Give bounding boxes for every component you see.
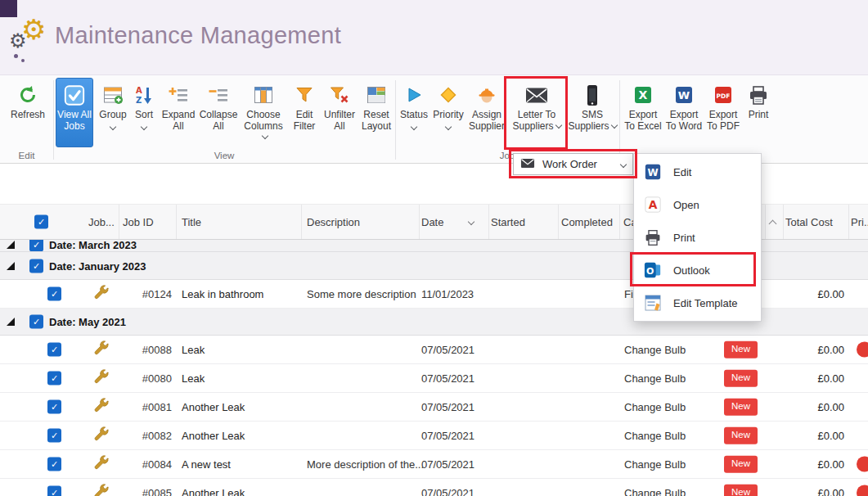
select-all-checkbox[interactable]: ✓ [34, 215, 48, 229]
column-header-title[interactable]: Title [182, 216, 201, 228]
menu-item-edit[interactable]: W Edit [634, 156, 761, 188]
page-title: Maintenance Management [55, 22, 341, 49]
row-checkbox[interactable]: ✓ [29, 315, 43, 329]
row-checkbox[interactable]: ✓ [29, 259, 43, 273]
row-checkbox[interactable]: ✓ [47, 287, 61, 301]
row-checkbox[interactable]: ✓ [47, 486, 61, 496]
svg-text:Z: Z [136, 96, 142, 105]
table-row[interactable]: ✓ #0085 Another Leak 07/05/2021 Change B… [0, 479, 868, 496]
row-checkbox[interactable]: ✓ [47, 400, 61, 414]
phone-icon [586, 82, 599, 108]
cell-job-id: #0084 [119, 458, 172, 471]
reset-layout-button[interactable]: Reset Layout [358, 79, 395, 146]
assign-supplier-button[interactable]: Assign Supplier [465, 79, 508, 146]
column-header-priority[interactable]: Pri... [851, 216, 868, 228]
column-header-date[interactable]: Date [421, 216, 443, 228]
cell-total-cost: £0.00 [777, 458, 844, 471]
pdf-icon: PDF [713, 82, 733, 108]
status-badge: New [724, 370, 758, 387]
group-expand-icon[interactable] [7, 318, 15, 326]
job-wrench-icon [92, 483, 110, 496]
row-checkbox[interactable]: ✓ [47, 429, 61, 443]
chevron-down-icon [141, 123, 147, 129]
column-separator [558, 205, 559, 239]
sms-suppliers-button[interactable]: SMS Suppliers [567, 79, 618, 146]
column-separator [488, 205, 489, 239]
group-button[interactable]: Group [96, 79, 130, 146]
collapse-all-button[interactable]: Collapse All [197, 79, 240, 146]
chevron-down-icon[interactable] [468, 219, 474, 225]
column-header-job-id[interactable]: Job ID [123, 216, 154, 228]
sort-ascending-icon[interactable] [769, 220, 777, 228]
cell-category: Change Bulb [624, 458, 686, 471]
button-label: Group [99, 110, 126, 121]
table-row[interactable]: ✓ #0082 Another Leak 07/05/2021 Change B… [0, 422, 868, 450]
word-icon: W [674, 82, 694, 108]
menu-item-outlook[interactable]: O Outlook [634, 254, 761, 286]
print-button[interactable]: Print [743, 79, 774, 146]
letter-to-suppliers-button[interactable]: Letter To Suppliers [508, 79, 565, 146]
menu-item-print[interactable]: Print [634, 221, 761, 254]
check-icon: ✓ [51, 403, 58, 412]
logo-dot [14, 54, 18, 58]
chevron-down-icon [261, 133, 268, 139]
expand-all-button[interactable]: Expand All [160, 79, 196, 146]
status-badge: New [724, 456, 758, 473]
check-icon: ✓ [51, 345, 58, 354]
cell-category: Change Bulb [624, 401, 686, 413]
table-row[interactable]: ✓ #0084 A new test More description of t… [0, 450, 868, 479]
sort-button[interactable]: AZ Sort [129, 79, 159, 146]
export-to-excel-button[interactable]: X Export To Excel [623, 79, 663, 146]
column-header-total-cost[interactable]: Total Cost [785, 216, 833, 228]
button-label: Collapse All [197, 110, 240, 132]
choose-columns-button[interactable]: Choose Columns [241, 79, 286, 146]
refresh-button[interactable]: Refresh [5, 79, 51, 146]
group-expand-icon[interactable] [7, 241, 15, 249]
check-icon: ✓ [33, 241, 40, 250]
column-header-description[interactable]: Description [307, 216, 360, 228]
table-row[interactable]: ✓ #0088 Leak 07/05/2021 Change Bulb New … [0, 336, 868, 364]
menu-item-open[interactable]: A Open [634, 188, 761, 221]
group-label: Date: March 2023 [49, 240, 137, 251]
table-row[interactable]: ✓ #0081 Another Leak 07/05/2021 Change B… [0, 393, 868, 422]
button-label: Export To Word [664, 110, 704, 132]
row-checkbox[interactable]: ✓ [29, 240, 43, 252]
template-icon [643, 294, 663, 312]
app-window: ⚙ ⚙ Maintenance Management Edit View Job… [0, 0, 868, 496]
printer-icon [643, 229, 663, 246]
button-label: View All Jobs [56, 110, 92, 132]
job-wrench-icon [92, 340, 110, 360]
edit-filter-button[interactable]: Edit Filter [287, 79, 322, 146]
group-expand-icon[interactable] [7, 262, 15, 270]
svg-text:A: A [136, 86, 142, 95]
export-to-word-button[interactable]: W Export To Word [664, 79, 704, 146]
row-checkbox[interactable]: ✓ [47, 343, 61, 357]
cell-description: More description of the... [307, 458, 424, 471]
cell-title: A new test [182, 458, 231, 471]
job-wrench-icon [92, 454, 110, 475]
priority-button[interactable]: Priority [431, 79, 465, 146]
view-all-jobs-button[interactable]: View All Jobs [56, 78, 93, 147]
unfilter-all-button[interactable]: Unfilter All [322, 79, 358, 146]
worker-icon [476, 82, 497, 108]
row-checkbox[interactable]: ✓ [47, 458, 61, 471]
job-wrench-icon [92, 284, 110, 304]
column-header-started[interactable]: Started [491, 216, 525, 228]
view-all-jobs-icon [63, 82, 86, 108]
column-header-job[interactable]: Job... [88, 216, 115, 228]
column-header-completed[interactable]: Completed [561, 216, 613, 228]
table-row[interactable]: ✓ #0080 Leak 07/05/2021 Change Bulb New … [0, 364, 868, 393]
row-checkbox[interactable]: ✓ [47, 372, 61, 386]
cell-title: Leak in bathroom [182, 288, 263, 300]
cell-date: 07/05/2021 [421, 458, 474, 471]
export-to-pdf-button[interactable]: PDF Export To PDF [704, 79, 742, 146]
button-label: SMS Suppliers [567, 110, 618, 132]
status-button[interactable]: Status [398, 79, 430, 146]
menu-item-edit-template[interactable]: Edit Template [634, 286, 761, 319]
collapse-all-icon [209, 82, 228, 108]
job-wrench-icon [92, 426, 110, 446]
work-order-dropdown[interactable]: Work Order [513, 153, 633, 175]
svg-text:A: A [649, 198, 658, 211]
status-badge: New [724, 399, 758, 416]
cell-total-cost: £0.00 [777, 487, 844, 496]
